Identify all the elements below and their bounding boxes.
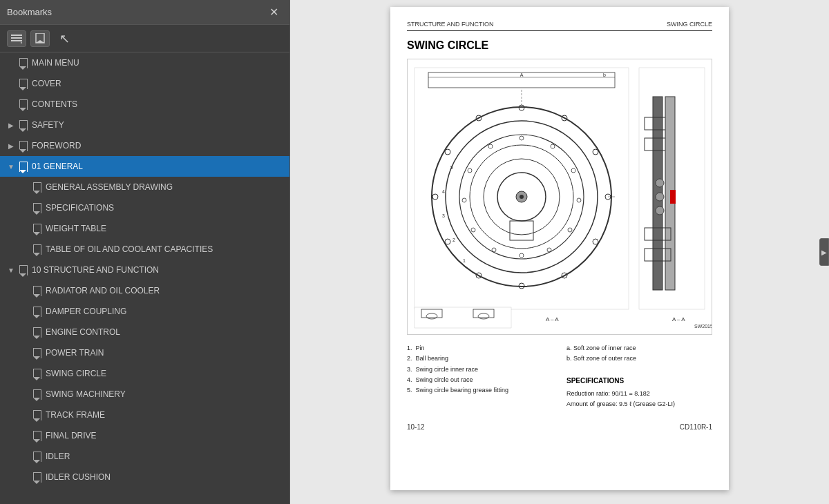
bm-idler-cushion[interactable]: IDLER CUSHION <box>0 467 289 487</box>
svg-rect-2 <box>11 40 22 41</box>
page-content: STRUCTURE AND FUNCTION SWING CIRCLE SWIN… <box>390 7 729 490</box>
panel-expand-button[interactable]: ▶ <box>819 238 829 266</box>
bm-label: DAMPER COUPLING <box>46 307 126 316</box>
bm-safety[interactable]: ▶ SAFETY <box>0 115 289 135</box>
ribbon-bookmark <box>32 431 41 440</box>
svg-rect-1 <box>11 37 22 39</box>
ribbon-bookmark <box>32 203 41 213</box>
svg-marker-5 <box>36 40 44 43</box>
bm-label: ENGINE CONTROL <box>46 327 120 337</box>
svg-text:1: 1 <box>463 258 466 263</box>
bm-idler[interactable]: IDLER <box>0 446 289 467</box>
bm-contents[interactable]: CONTENTS <box>0 94 289 115</box>
expand-icon-general: ▼ <box>6 163 17 171</box>
desc-item-3: 3. Swing circle inner race <box>407 365 553 375</box>
expand-icon-foreword: ▶ <box>6 142 17 150</box>
bm-label: POWER TRAIN <box>46 348 104 358</box>
bm-label: RADIATOR AND OIL COOLER <box>46 286 160 295</box>
bm-track-frame[interactable]: TRACK FRAME <box>0 405 289 425</box>
description-section: 1. Pin 2. Ball bearing 3. Swing circle i… <box>407 343 712 409</box>
svg-text:4: 4 <box>442 189 445 194</box>
bm-label: IDLER <box>46 452 70 461</box>
svg-text:A – A: A – A <box>546 316 559 322</box>
bm-general-assembly[interactable]: GENERAL ASSEMBLY DRAWING <box>0 177 289 197</box>
bm-oil-coolant[interactable]: TABLE OF OIL AND COOLANT CAPACITIES <box>0 239 289 260</box>
document-viewer: STRUCTURE AND FUNCTION SWING CIRCLE SWIN… <box>290 0 829 504</box>
footer-page-number: 10-12 <box>407 423 425 431</box>
ribbon-bookmark <box>32 182 41 192</box>
svg-text:A – A: A – A <box>672 316 685 322</box>
close-button[interactable]: ✕ <box>265 4 283 20</box>
page-header-left: STRUCTURE AND FUNCTION <box>407 21 494 28</box>
description-right: a. Soft zone of inner race b. Soft zone … <box>566 343 712 409</box>
bookmark-list: MAIN MENU COVER CONTENTS ▶ SAFETY ▶ FORE… <box>0 52 289 504</box>
svg-point-57 <box>656 179 664 187</box>
bookmarks-title: Bookmarks <box>7 7 52 17</box>
ribbon-bookmark <box>32 348 41 358</box>
svg-point-18 <box>520 195 524 199</box>
list-icon <box>11 34 22 43</box>
bm-swing-machinery[interactable]: SWING MACHINERY <box>0 384 289 405</box>
bm-engine-control[interactable]: ENGINE CONTROL <box>0 322 289 342</box>
ribbon-bookmark <box>32 389 41 399</box>
svg-point-56 <box>656 206 664 215</box>
svg-text:3: 3 <box>442 213 445 218</box>
bm-label: SPECIFICATIONS <box>46 203 114 213</box>
expand-icon-safety: ▶ <box>6 122 17 129</box>
bm-damper[interactable]: DAMPER COUPLING <box>0 301 289 322</box>
bm-label: CONTENTS <box>32 99 77 109</box>
bm-main-menu[interactable]: MAIN MENU <box>0 52 289 73</box>
svg-point-55 <box>656 193 664 201</box>
bm-power-train[interactable]: POWER TRAIN <box>0 342 289 363</box>
ribbon-bookmark <box>18 120 28 130</box>
page-section-title: SWING CIRCLE <box>407 39 712 52</box>
bm-label: 10 STRUCTURE AND FUNCTION <box>32 265 159 275</box>
bookmark-icon <box>35 33 45 44</box>
bm-swing-circle[interactable]: SWING CIRCLE <box>0 363 289 384</box>
bm-label: MAIN MENU <box>32 58 79 68</box>
specs-line1: Reduction ratio: 90/11 = 8.182 <box>566 389 712 399</box>
bm-cover[interactable]: COVER <box>0 73 289 94</box>
bm-label: IDLER CUSHION <box>46 472 111 482</box>
desc-item-1: 1. Pin <box>407 343 553 353</box>
svg-text:SW20150: SW20150 <box>694 324 712 329</box>
ribbon-bookmark <box>32 410 41 420</box>
ribbon-bookmark <box>32 224 41 233</box>
bm-label: SWING MACHINERY <box>46 389 126 399</box>
specs-line2: Amount of grease: 9.5 ℓ (Grease G2-LI) <box>566 399 712 409</box>
bm-label: TABLE OF OIL AND COOLANT CAPACITIES <box>46 244 213 254</box>
bm-label: WEIGHT TABLE <box>46 224 106 233</box>
bm-label: COVER <box>32 79 61 88</box>
ribbon-bookmark <box>18 58 28 68</box>
cursor-indicator: ↖ <box>59 31 70 46</box>
bm-final-drive[interactable]: FINAL DRIVE <box>0 425 289 446</box>
bm-10-structure[interactable]: ▼ 10 STRUCTURE AND FUNCTION <box>0 260 289 280</box>
bm-foreword[interactable]: ▶ FOREWORD <box>0 135 289 156</box>
svg-text:2: 2 <box>452 238 455 242</box>
ribbon-bookmark <box>32 472 41 482</box>
expand-icon-structure: ▼ <box>6 266 17 274</box>
ribbon-bookmark <box>32 327 41 337</box>
bm-label: TRACK FRAME <box>46 410 105 420</box>
bm-radiator[interactable]: RADIATOR AND OIL COOLER <box>0 280 289 301</box>
bm-specifications[interactable]: SPECIFICATIONS <box>0 197 289 218</box>
header-icons: ✕ <box>265 4 283 20</box>
bm-label: FINAL DRIVE <box>46 431 97 440</box>
list-view-button[interactable] <box>7 30 26 47</box>
page-header-bar: STRUCTURE AND FUNCTION SWING CIRCLE <box>407 21 712 31</box>
desc-item-2: 2. Ball bearing <box>407 353 553 364</box>
bm-01-general[interactable]: ▼ 01 GENERAL <box>0 156 289 177</box>
bm-label: SAFETY <box>32 120 64 130</box>
swing-circle-svg: A b <box>408 59 712 334</box>
desc-item-a: a. Soft zone of inner race <box>566 343 712 353</box>
toolbar-row: ↖ <box>0 25 289 52</box>
ribbon-bookmark <box>18 141 28 151</box>
svg-text:b: b <box>603 72 606 77</box>
svg-text:A: A <box>520 72 524 77</box>
ribbon-bookmark <box>18 265 28 275</box>
ribbon-bookmark <box>18 79 28 88</box>
bm-weight-table[interactable]: WEIGHT TABLE <box>0 218 289 239</box>
bookmark-view-button[interactable] <box>30 30 50 47</box>
ribbon-bookmark <box>18 99 28 109</box>
footer-doc-ref: CD110R-1 <box>680 423 712 431</box>
